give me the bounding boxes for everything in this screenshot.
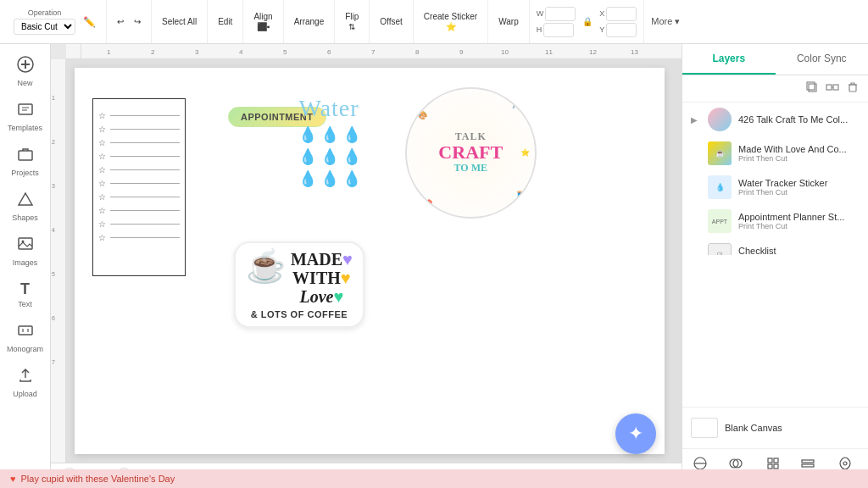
arrange-btn[interactable]: Arrange: [291, 15, 328, 28]
layer-info-mwl: Made With Love And Co... Print Then Cut: [738, 144, 860, 163]
layer-item-checklist[interactable]: ☑ Checklist Basic Cut: [682, 238, 868, 255]
sidebar-item-upload[interactable]: Upload: [3, 362, 47, 403]
layer-name-checklist: Checklist: [738, 246, 860, 255]
tab-layers[interactable]: Layers: [682, 44, 776, 75]
layer-type-water: Print Then Cut: [738, 188, 860, 197]
sidebar-item-images[interactable]: Images: [3, 230, 47, 272]
svg-rect-8: [19, 326, 32, 335]
layer-item-water[interactable]: 💧 Water Tracker Sticker Print Then Cut: [682, 170, 868, 204]
svg-text:5: 5: [283, 48, 287, 56]
made-with-love-element[interactable]: ☕ MADE♥ WITH♥: [234, 241, 364, 328]
svg-text:6: 6: [327, 48, 331, 56]
y-label: Y: [599, 25, 604, 34]
ruler-top: 123 456 789 101112 13: [66, 44, 682, 59]
create-sticker-btn[interactable]: Create Sticker ⭐: [420, 10, 481, 33]
undo-redo-group: ↩ ↪: [107, 0, 152, 43]
svg-rect-41: [768, 458, 772, 463]
more-btn[interactable]: More ▾: [651, 16, 680, 27]
sidebar-item-templates[interactable]: Templates: [3, 96, 47, 137]
duplicate-layer-btn[interactable]: [805, 80, 819, 97]
water-drops: 💧 💧 💧 💧 💧 💧 💧 💧 💧: [298, 125, 366, 188]
drop: 💧: [298, 169, 317, 188]
magic-sparkle-btn[interactable]: ✦: [615, 413, 656, 454]
pen-tool-btn[interactable]: ✏️: [79, 14, 99, 30]
talkcraft-element[interactable]: TALK CRAFT TO ME ✂️ 🎨 🧵 📌 ⭐: [405, 87, 541, 236]
svg-text:13: 13: [631, 48, 638, 56]
more-group: More ▾: [644, 0, 687, 43]
flip-btn[interactable]: Flip ⇅: [342, 10, 362, 33]
layer-item-group[interactable]: ▶ 426 Talk Craft To Me Col...: [682, 103, 868, 136]
warp-label: Warp: [498, 17, 519, 26]
svg-rect-3: [19, 104, 32, 114]
sidebar-item-new[interactable]: New: [3, 51, 47, 92]
mwl-line2: WITH♥: [291, 269, 353, 287]
canvas-scroll[interactable]: ☆ ☆ ☆ ☆ ☆ ☆ ☆ ☆ ☆ ☆: [66, 59, 682, 463]
sidebar-item-monogram[interactable]: Monogram: [3, 317, 47, 358]
align-label: Align: [253, 12, 272, 21]
offset-btn[interactable]: Offset: [376, 15, 406, 28]
canvas-content: ☆ ☆ ☆ ☆ ☆ ☆ ☆ ☆ ☆ ☆: [66, 59, 682, 463]
x-input[interactable]: [606, 7, 637, 21]
warp-btn[interactable]: Warp: [495, 15, 522, 28]
layer-name-group: 426 Talk Craft To Me Col...: [738, 114, 860, 125]
y-input[interactable]: [606, 23, 637, 37]
svg-rect-34: [833, 85, 838, 90]
width-input[interactable]: [545, 7, 576, 21]
svg-text:4: 4: [239, 48, 243, 56]
svg-rect-44: [774, 464, 778, 469]
offset-label: Offset: [380, 17, 403, 26]
magic-sparkle-icon: ✦: [628, 423, 643, 445]
new-icon: [17, 56, 34, 77]
mwl-line3: Love♥: [291, 287, 353, 306]
water-tracker-element[interactable]: Water 💧 💧 💧 💧 💧 💧 💧 💧 💧: [298, 95, 366, 188]
mwl-line1: MADE♥: [291, 250, 353, 269]
sidebar-item-text[interactable]: T Text: [3, 275, 47, 313]
blank-canvas-row[interactable]: Blank Canvas: [691, 414, 860, 441]
toolbar: Operation Basic Cut ✏️ ↩ ↪ Select All: [0, 0, 868, 44]
undo-btn[interactable]: ↩: [114, 15, 127, 28]
operation-select[interactable]: Basic Cut: [14, 19, 75, 35]
align-btn[interactable]: Align ⬛▪: [250, 10, 275, 33]
sidebar-images-label: Images: [13, 258, 38, 267]
notification-bar[interactable]: ♥ Play cupid with these Valentine's Day: [0, 469, 868, 488]
create-sticker-label: Create Sticker: [424, 12, 477, 21]
sidebar-item-projects[interactable]: Projects: [3, 141, 47, 182]
drop: 💧: [298, 125, 317, 144]
lock-icon: 🔒: [582, 17, 593, 26]
group-layer-btn[interactable]: [826, 80, 839, 97]
svg-text:5: 5: [52, 271, 55, 277]
edit-btn[interactable]: Edit: [214, 15, 236, 28]
svg-rect-32: [807, 82, 815, 90]
layer-item-mwl[interactable]: ☕ Made With Love And Co... Print Then Cu…: [682, 136, 868, 170]
lock-aspect-btn[interactable]: 🔒: [579, 15, 596, 28]
create-sticker-group: Create Sticker ⭐: [414, 0, 488, 43]
svg-rect-42: [774, 458, 778, 463]
svg-rect-46: [802, 464, 814, 467]
select-all-btn[interactable]: Select All: [159, 15, 200, 28]
flip-group: Flip ⇅: [335, 0, 370, 43]
height-input[interactable]: [543, 23, 574, 37]
layer-type-mwl: Print Then Cut: [738, 154, 860, 163]
warp-group: Warp: [488, 0, 530, 43]
redo-btn[interactable]: ↪: [131, 15, 144, 28]
delete-layer-btn[interactable]: [846, 80, 860, 97]
flip-icon: ⇅: [348, 22, 355, 31]
svg-text:6: 6: [52, 315, 55, 321]
drop: 💧: [342, 147, 361, 166]
sidebar-templates-label: Templates: [8, 124, 42, 132]
layer-item-appt[interactable]: APPT Appointment Planner St... Print The…: [682, 204, 868, 238]
sidebar-item-shapes[interactable]: Shapes: [3, 186, 47, 227]
sidebar-monogram-label: Monogram: [7, 345, 43, 353]
upload-icon: [17, 367, 34, 388]
svg-text:1: 1: [52, 95, 55, 101]
sidebar-shapes-label: Shapes: [12, 214, 38, 222]
arrange-group: Arrange: [284, 0, 336, 43]
checklist-element[interactable]: ☆ ☆ ☆ ☆ ☆ ☆ ☆ ☆ ☆ ☆: [92, 98, 186, 276]
select-all-label: Select All: [162, 17, 197, 26]
h-label: H: [537, 25, 542, 34]
blank-canvas-section: Blank Canvas: [682, 407, 868, 448]
align-group: Align ⬛▪: [243, 0, 283, 43]
operation-group: Operation Basic Cut ✏️: [7, 0, 107, 43]
tab-colorsync[interactable]: Color Sync: [776, 44, 869, 75]
svg-text:1: 1: [107, 48, 111, 56]
